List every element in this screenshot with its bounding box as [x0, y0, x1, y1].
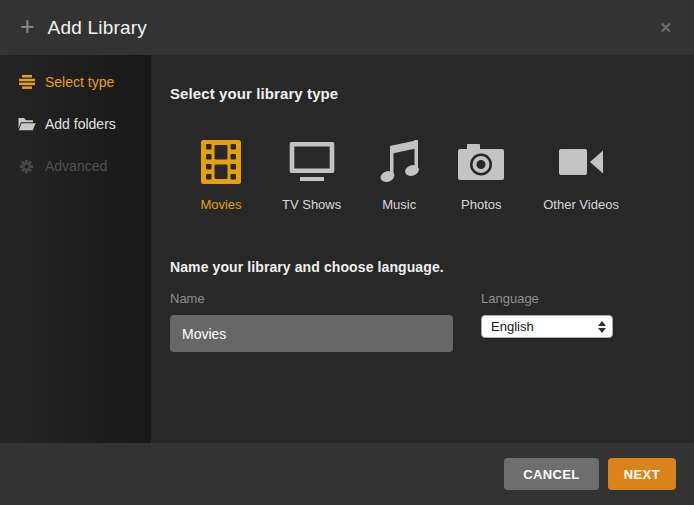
language-label: Language [481, 291, 613, 306]
next-button[interactable]: NEXT [608, 458, 676, 490]
sidebar-item-advanced: Advanced [0, 145, 151, 187]
sidebar-item-select-type[interactable]: Select type [0, 61, 151, 103]
library-type-label: Movies [200, 197, 241, 212]
language-field: Language English [481, 291, 613, 352]
library-type-label: Music [382, 197, 416, 212]
camera-icon [457, 139, 505, 185]
sidebar: Select type Add folders [0, 55, 151, 443]
library-type-music[interactable]: Music [379, 139, 419, 212]
music-note-icon [379, 139, 419, 185]
dialog-header: + Add Library ✕ [0, 0, 694, 55]
language-select[interactable]: English [481, 315, 613, 338]
language-selected-value: English [491, 319, 598, 334]
folder-icon [17, 117, 36, 131]
sidebar-item-add-folders[interactable]: Add folders [0, 103, 151, 145]
close-icon[interactable]: ✕ [657, 15, 674, 41]
library-type-label: TV Shows [282, 197, 341, 212]
library-type-list: Movies TV Shows [198, 139, 694, 212]
library-type-tv-shows[interactable]: TV Shows [282, 139, 341, 212]
plus-icon: + [20, 14, 35, 39]
sidebar-item-label: Add folders [45, 116, 116, 132]
name-input[interactable] [170, 315, 453, 352]
name-language-fields: Name Language English [170, 291, 694, 352]
sidebar-item-label: Advanced [45, 158, 107, 174]
dialog-title: Add Library [48, 17, 147, 39]
library-type-photos[interactable]: Photos [457, 139, 505, 212]
dialog-body: Select type Add folders [0, 55, 694, 443]
tv-icon [288, 139, 336, 185]
main-panel: Select your library type [151, 55, 694, 443]
gear-icon [17, 159, 36, 174]
library-type-label: Other Videos [543, 197, 619, 212]
chevron-up-down-icon [598, 321, 606, 333]
video-camera-icon [558, 139, 604, 185]
name-section-heading: Name your library and choose language. [170, 259, 694, 275]
name-field: Name [170, 291, 453, 352]
name-label: Name [170, 291, 453, 306]
cancel-button[interactable]: CANCEL [504, 458, 599, 490]
library-type-movies[interactable]: Movies [198, 139, 244, 212]
sidebar-item-label: Select type [45, 74, 114, 90]
add-library-dialog: + Add Library ✕ Select type [0, 0, 694, 505]
type-lines-icon [17, 75, 36, 89]
film-icon [198, 139, 244, 185]
library-type-label: Photos [461, 197, 501, 212]
dialog-footer: CANCEL NEXT [0, 443, 694, 505]
library-type-heading: Select your library type [170, 85, 694, 102]
library-type-other-videos[interactable]: Other Videos [543, 139, 619, 212]
